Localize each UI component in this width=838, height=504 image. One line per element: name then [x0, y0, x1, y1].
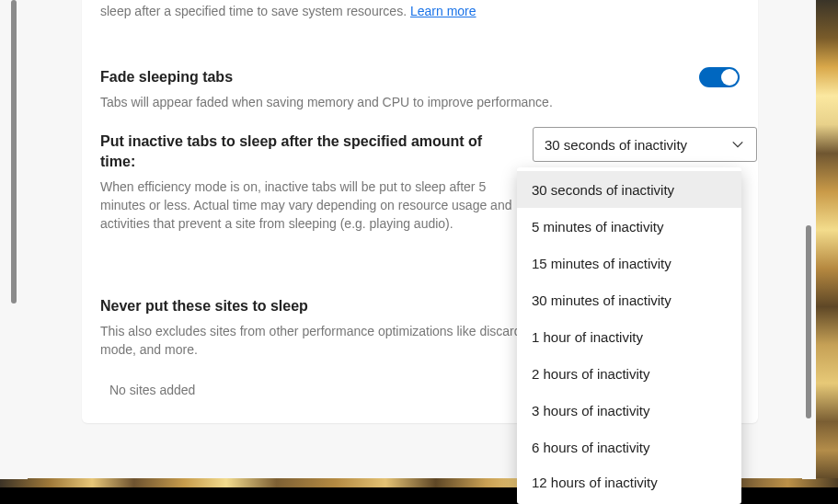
dropdown-option[interactable]: 2 hours of inactivity	[517, 355, 741, 392]
nav-scrollbar-thumb[interactable]	[11, 0, 17, 304]
dropdown-option[interactable]: 3 hours of inactivity	[517, 392, 741, 429]
sleep-timeout-selected-label: 30 seconds of inactivity	[545, 137, 730, 153]
dropdown-option[interactable]: 5 minutes of inactivity	[517, 208, 741, 245]
sleeping-tabs-intro-text: sleep after a specified time to save sys…	[100, 4, 476, 18]
fade-sleeping-tabs-title: Fade sleeping tabs	[100, 67, 740, 87]
settings-viewport: sleep after a specified time to save sys…	[0, 0, 838, 504]
sleep-timeout-dropdown[interactable]: 30 seconds of inactivity 5 minutes of in…	[517, 167, 741, 504]
dropdown-option[interactable]: 1 hour of inactivity	[517, 318, 741, 355]
chevron-down-icon	[730, 137, 745, 152]
sleep-timeout-title: Put inactive tabs to sleep after the spe…	[100, 132, 514, 172]
fade-sleeping-tabs-desc: Tabs will appear faded when saving memor…	[100, 93, 615, 111]
fade-sleeping-tabs-toggle[interactable]	[699, 67, 740, 87]
learn-more-link[interactable]: Learn more	[410, 4, 476, 18]
intro-fragment: sleep after a specified time to save sys…	[100, 4, 410, 18]
desktop-wallpaper-strip-right	[816, 0, 838, 479]
content-scrollbar-thumb[interactable]	[806, 225, 811, 418]
dropdown-option[interactable]: 30 seconds of inactivity	[517, 171, 741, 208]
sleeping-tabs-intro: sleep after a specified time to save sys…	[100, 2, 740, 20]
toggle-knob	[721, 69, 738, 86]
dropdown-option[interactable]: 6 hours of inactivity	[517, 429, 741, 465]
sleep-timeout-select[interactable]: 30 seconds of inactivity	[533, 127, 757, 162]
sleep-timeout-desc: When efficiency mode is on, inactive tab…	[100, 178, 523, 233]
fade-sleeping-tabs-row: Fade sleeping tabs Tabs will appear fade…	[100, 67, 740, 111]
dropdown-option[interactable]: 12 hours of inactivity	[517, 465, 741, 500]
dropdown-option[interactable]: 15 minutes of inactivity	[517, 245, 741, 281]
dropdown-option[interactable]: 30 minutes of inactivity	[517, 281, 741, 318]
